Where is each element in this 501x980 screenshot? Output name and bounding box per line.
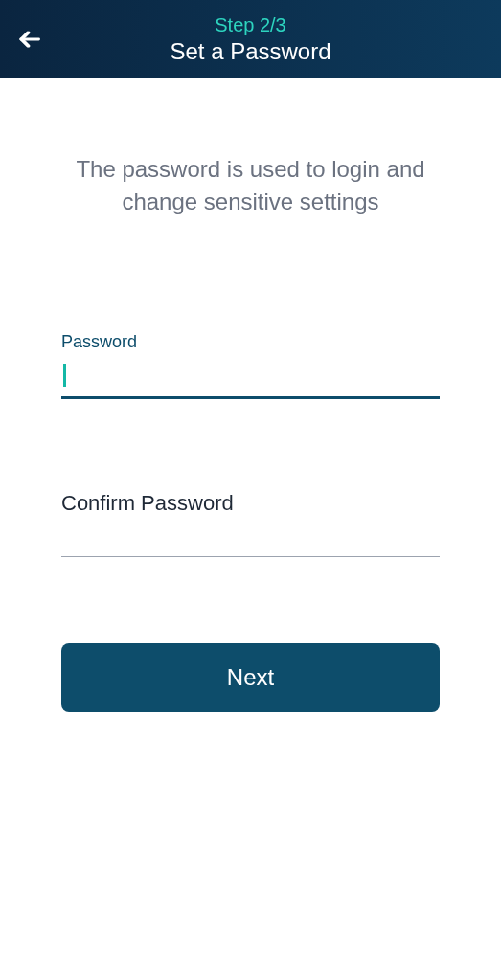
header-text-block: Step 2/3 Set a Password — [0, 14, 501, 65]
password-input-wrapper — [61, 360, 440, 399]
page-title: Set a Password — [0, 38, 501, 65]
confirm-password-input-wrapper — [61, 527, 440, 557]
password-input[interactable] — [61, 360, 440, 387]
confirm-password-field-group: Confirm Password — [61, 491, 440, 557]
step-indicator: Step 2/3 — [0, 14, 501, 36]
next-button[interactable]: Next — [61, 643, 440, 712]
content-area: The password is used to login and change… — [0, 78, 501, 712]
app-header: Step 2/3 Set a Password — [0, 0, 501, 78]
back-arrow-icon[interactable] — [15, 26, 42, 53]
confirm-password-label: Confirm Password — [61, 491, 440, 516]
password-label: Password — [61, 332, 440, 352]
description-text: The password is used to login and change… — [61, 153, 440, 217]
password-field-group: Password — [61, 332, 440, 399]
text-cursor — [63, 364, 66, 387]
confirm-password-input[interactable] — [61, 527, 440, 554]
